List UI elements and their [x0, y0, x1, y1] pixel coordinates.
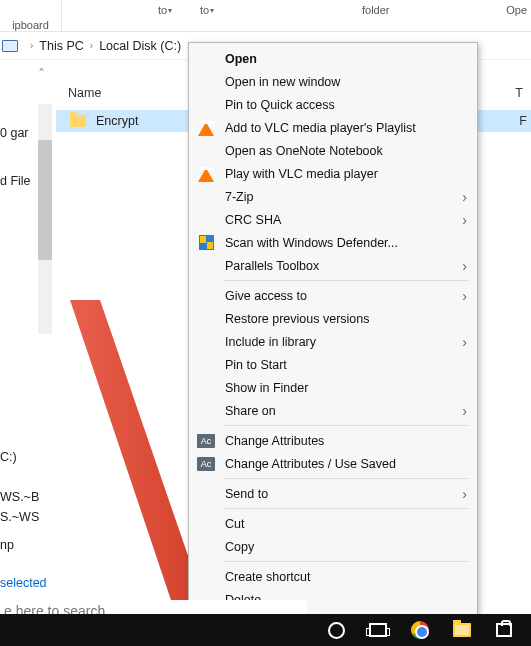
menu-vlc-add-playlist[interactable]: Add to VLC media player's Playlist — [189, 116, 477, 139]
column-header-t[interactable]: T — [515, 86, 523, 100]
menu-vlc-play[interactable]: Play with VLC media player — [189, 162, 477, 185]
menu-restore-previous[interactable]: Restore previous versions — [189, 307, 477, 330]
menu-7zip[interactable]: 7-Zip› — [189, 185, 477, 208]
menu-share-on[interactable]: Share on› — [189, 399, 477, 422]
chevron-right-icon: › — [462, 334, 467, 350]
folder-icon — [453, 623, 471, 637]
chevron-right-icon: › — [462, 258, 467, 274]
taskbar-chrome[interactable] — [399, 614, 441, 646]
vlc-icon — [197, 119, 215, 137]
menu-separator — [223, 561, 469, 562]
menu-change-attributes[interactable]: AcChange Attributes — [189, 429, 477, 452]
ac-icon: Ac — [197, 455, 215, 473]
file-name: Encrypt — [96, 114, 138, 128]
context-menu: Open Open in new window Pin to Quick acc… — [188, 42, 478, 646]
nav-fragment: 0 gar — [0, 126, 29, 140]
taskbar-taskview[interactable] — [357, 614, 399, 646]
ribbon: ipboard — [0, 0, 531, 32]
menu-parallels-toolbox[interactable]: Parallels Toolbox› — [189, 254, 477, 277]
chevron-right-icon: › — [462, 288, 467, 304]
menu-crc-sha[interactable]: CRC SHA› — [189, 208, 477, 231]
menu-copy[interactable]: Copy — [189, 535, 477, 558]
breadcrumb-drive[interactable]: Local Disk (C:) — [99, 39, 181, 53]
ribbon-move-to[interactable]: to — [158, 4, 172, 16]
breadcrumb-this-pc[interactable]: This PC — [39, 39, 83, 53]
folder-icon — [70, 115, 86, 127]
nav-fragment: d File — [0, 174, 31, 188]
store-icon — [496, 623, 512, 637]
nav-fragment: C:) — [0, 450, 17, 464]
menu-open[interactable]: Open — [189, 47, 477, 70]
menu-open-new-window[interactable]: Open in new window — [189, 70, 477, 93]
ribbon-group-clipboard: ipboard — [0, 1, 62, 31]
collapse-arrow-icon[interactable]: ˄ — [38, 66, 45, 82]
menu-show-in-finder[interactable]: Show in Finder — [189, 376, 477, 399]
ribbon-new-folder[interactable]: folder — [362, 4, 390, 16]
menu-pin-quick-access[interactable]: Pin to Quick access — [189, 93, 477, 116]
ribbon-copy-to[interactable]: to — [200, 4, 214, 16]
menu-give-access-to[interactable]: Give access to› — [189, 284, 477, 307]
ribbon-open-cut[interactable]: Ope — [506, 4, 527, 16]
nav-fragment: S.~WS — [0, 510, 39, 524]
menu-send-to[interactable]: Send to› — [189, 482, 477, 505]
menu-separator — [223, 280, 469, 281]
chevron-right-icon: › — [462, 212, 467, 228]
menu-change-attributes-saved[interactable]: AcChange Attributes / Use Saved — [189, 452, 477, 475]
taskbar-cortana[interactable] — [315, 614, 357, 646]
chevron-right-icon: › — [30, 40, 33, 51]
taskbar — [0, 614, 531, 646]
menu-create-shortcut[interactable]: Create shortcut — [189, 565, 477, 588]
menu-open-onenote[interactable]: Open as OneNote Notebook — [189, 139, 477, 162]
menu-separator — [223, 478, 469, 479]
chevron-down-icon — [168, 4, 172, 16]
column-header-name[interactable]: Name — [68, 86, 101, 100]
chevron-right-icon: › — [462, 403, 467, 419]
status-selected: selected — [0, 576, 47, 590]
pc-icon — [2, 40, 18, 52]
defender-icon — [197, 234, 215, 252]
nav-scrollbar-thumb[interactable] — [38, 140, 52, 260]
nav-fragment: WS.~B — [0, 490, 39, 504]
menu-include-library[interactable]: Include in library› — [189, 330, 477, 353]
taskview-icon — [369, 623, 387, 637]
menu-pin-start[interactable]: Pin to Start — [189, 353, 477, 376]
chevron-right-icon: › — [462, 486, 467, 502]
menu-separator — [223, 508, 469, 509]
menu-separator — [223, 425, 469, 426]
nav-fragment: np — [0, 538, 14, 552]
menu-cut[interactable]: Cut — [189, 512, 477, 535]
ac-icon: Ac — [197, 432, 215, 450]
menu-defender-scan[interactable]: Scan with Windows Defender... — [189, 231, 477, 254]
chevron-down-icon — [210, 4, 214, 16]
cortana-icon — [328, 622, 345, 639]
taskbar-store[interactable] — [483, 614, 525, 646]
taskbar-explorer[interactable] — [441, 614, 483, 646]
chevron-right-icon: › — [462, 189, 467, 205]
chevron-right-icon: › — [90, 40, 93, 51]
chrome-icon — [411, 621, 429, 639]
vlc-icon — [197, 165, 215, 183]
file-row-right: F — [519, 114, 527, 128]
